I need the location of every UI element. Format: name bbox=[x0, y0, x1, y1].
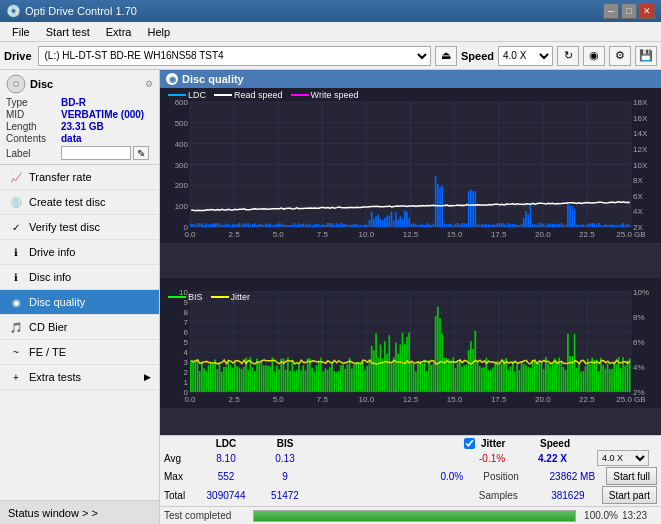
sidebar-item-disc-info[interactable]: ℹ Disc info bbox=[0, 265, 159, 290]
contents-value: data bbox=[61, 133, 82, 144]
progress-bar-inner bbox=[254, 511, 575, 521]
samples-value: 381629 bbox=[538, 490, 598, 501]
top-legend: LDC Read speed Write speed bbox=[168, 90, 358, 100]
drive-select[interactable]: (L:) HL-DT-ST BD-RE WH16NS58 TST4 bbox=[38, 46, 431, 66]
read-speed-legend-color bbox=[214, 94, 232, 96]
drive-info-icon: ℹ bbox=[8, 244, 24, 260]
start-full-button[interactable]: Start full bbox=[606, 467, 657, 485]
max-label: Max bbox=[164, 471, 192, 482]
speed-header: Speed bbox=[540, 438, 595, 449]
position-label: Position bbox=[483, 471, 538, 482]
menubar: File Start test Extra Help bbox=[0, 22, 661, 42]
ldc-legend-label: LDC bbox=[188, 90, 206, 100]
jitter-legend-color bbox=[211, 296, 229, 298]
disc-quality-icon: ◉ bbox=[8, 294, 24, 310]
disc-panel: Disc ⚙ Type BD-R MID VERBATIMe (000) Len… bbox=[0, 70, 159, 165]
sidebar-item-transfer-rate[interactable]: 📈 Transfer rate bbox=[0, 165, 159, 190]
disc-icon bbox=[6, 74, 26, 94]
stats-avg-row: Avg 8.10 0.13 -0.1% 4.22 X 4.0 X bbox=[164, 450, 657, 466]
cd-bier-icon: 🎵 bbox=[8, 319, 24, 335]
length-label: Length bbox=[6, 121, 61, 132]
chart-title: Disc quality bbox=[182, 73, 244, 85]
stats-ldc-header: LDC bbox=[196, 438, 256, 449]
position-value: 23862 MB bbox=[542, 471, 602, 482]
minimize-button[interactable]: ─ bbox=[603, 3, 619, 19]
max-ldc: 552 bbox=[196, 471, 256, 482]
length-value: 23.31 GB bbox=[61, 121, 104, 132]
ldc-legend: LDC bbox=[168, 90, 206, 100]
eject-button[interactable]: ⏏ bbox=[435, 46, 457, 66]
fe-te-icon: ~ bbox=[8, 344, 24, 360]
sidebar-item-extra-tests[interactable]: + Extra tests ▶ bbox=[0, 365, 159, 390]
avg-ldc: 8.10 bbox=[196, 453, 256, 464]
app-icon: 💿 bbox=[6, 4, 21, 18]
menu-extra[interactable]: Extra bbox=[98, 24, 140, 40]
progress-percent: 100.0% bbox=[580, 510, 618, 521]
stats-area: LDC BIS Jitter Speed Avg 8.10 0.13 -0.1%… bbox=[160, 435, 661, 506]
refresh-button[interactable]: ↻ bbox=[557, 46, 579, 66]
disc-settings-icon[interactable]: ⚙ bbox=[145, 79, 153, 89]
ldc-chart bbox=[160, 88, 661, 243]
type-value: BD-R bbox=[61, 97, 86, 108]
extra-tests-arrow: ▶ bbox=[144, 372, 151, 382]
mid-label: MID bbox=[6, 109, 61, 120]
content-area: ◉ Disc quality LDC Read speed bbox=[160, 70, 661, 524]
disc-title: Disc bbox=[30, 78, 53, 90]
jitter-checkbox[interactable] bbox=[464, 438, 475, 449]
avg-bis: 0.13 bbox=[260, 453, 310, 464]
disc-button[interactable]: ◉ bbox=[583, 46, 605, 66]
stats-bis-header: BIS bbox=[260, 438, 310, 449]
speed-select[interactable]: 4.0 X bbox=[498, 46, 553, 66]
label-edit-button[interactable]: ✎ bbox=[133, 146, 149, 160]
verify-disc-icon: ✓ bbox=[8, 219, 24, 235]
drive-label: Drive bbox=[4, 50, 32, 62]
label-input[interactable] bbox=[61, 146, 131, 160]
stats-max-row: Max 552 9 0.0% Position 23862 MB Start f… bbox=[164, 467, 657, 485]
maximize-button[interactable]: □ bbox=[621, 3, 637, 19]
jitter-legend: Jitter bbox=[211, 292, 251, 302]
read-speed-legend-label: Read speed bbox=[234, 90, 283, 100]
sidebar-nav: 📈 Transfer rate 💿 Create test disc ✓ Ver… bbox=[0, 165, 159, 500]
sidebar-item-disc-quality[interactable]: ◉ Disc quality bbox=[0, 290, 159, 315]
read-speed-legend: Read speed bbox=[214, 90, 283, 100]
speed-label: Speed bbox=[461, 50, 494, 62]
sidebar-item-cd-bier[interactable]: 🎵 CD Bier bbox=[0, 315, 159, 340]
bottom-legend: BIS Jitter bbox=[168, 292, 250, 302]
sidebar-item-verify-test-disc[interactable]: ✓ Verify test disc bbox=[0, 215, 159, 240]
write-speed-legend-color bbox=[291, 94, 309, 96]
speed-value: 4.22 X bbox=[538, 453, 593, 464]
settings-button[interactable]: ⚙ bbox=[609, 46, 631, 66]
status-window-button[interactable]: Status window > > bbox=[0, 500, 159, 524]
svg-point-2 bbox=[15, 83, 18, 86]
chart-bottom: BIS Jitter bbox=[160, 278, 661, 434]
total-ldc: 3090744 bbox=[196, 490, 256, 501]
app-title: Opti Drive Control 1.70 bbox=[25, 5, 603, 17]
total-bis: 51472 bbox=[260, 490, 310, 501]
start-part-button[interactable]: Start part bbox=[602, 486, 657, 504]
sidebar-item-fe-te[interactable]: ~ FE / TE bbox=[0, 340, 159, 365]
sidebar-item-drive-info[interactable]: ℹ Drive info bbox=[0, 240, 159, 265]
menu-help[interactable]: Help bbox=[139, 24, 178, 40]
status-label: Test completed bbox=[164, 510, 249, 521]
avg-label: Avg bbox=[164, 453, 192, 464]
close-button[interactable]: ✕ bbox=[639, 3, 655, 19]
max-bis: 9 bbox=[260, 471, 310, 482]
extra-tests-icon: + bbox=[8, 369, 24, 385]
mid-value: VERBATIMe (000) bbox=[61, 109, 144, 120]
label-label: Label bbox=[6, 148, 61, 159]
charts-area: LDC Read speed Write speed bbox=[160, 88, 661, 435]
type-label: Type bbox=[6, 97, 61, 108]
samples-label: Samples bbox=[479, 490, 534, 501]
write-speed-legend-label: Write speed bbox=[311, 90, 359, 100]
bis-legend-color bbox=[168, 296, 186, 298]
disc-info-icon: ℹ bbox=[8, 269, 24, 285]
sidebar-item-create-test-disc[interactable]: 💿 Create test disc bbox=[0, 190, 159, 215]
progress-bar-outer bbox=[253, 510, 576, 522]
progress-time: 13:23 bbox=[622, 510, 657, 521]
jitter-header: Jitter bbox=[481, 438, 536, 449]
speed-dropdown[interactable]: 4.0 X bbox=[597, 450, 649, 466]
menu-start-test[interactable]: Start test bbox=[38, 24, 98, 40]
menu-file[interactable]: File bbox=[4, 24, 38, 40]
main-layout: Disc ⚙ Type BD-R MID VERBATIMe (000) Len… bbox=[0, 70, 661, 524]
save-button[interactable]: 💾 bbox=[635, 46, 657, 66]
